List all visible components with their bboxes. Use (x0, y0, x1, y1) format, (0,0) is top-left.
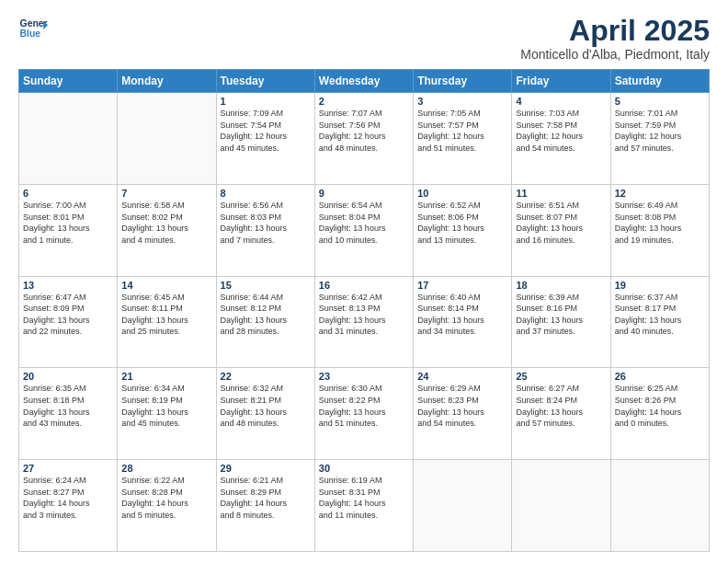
day-number: 20 (23, 371, 113, 382)
calendar-cell: 14Sunrise: 6:45 AMSunset: 8:11 PMDayligh… (118, 276, 216, 368)
page: General Blue April 2025 Monticello d'Alb… (0, 0, 728, 563)
day-info: Sunrise: 6:29 AMSunset: 8:23 PMDaylight:… (417, 383, 507, 429)
title-block: April 2025 Monticello d'Alba, Piedmont, … (520, 15, 710, 62)
day-info: Sunrise: 7:09 AMSunset: 7:54 PMDaylight:… (221, 108, 311, 154)
calendar-cell: 13Sunrise: 6:47 AMSunset: 8:09 PMDayligh… (19, 276, 118, 368)
day-number: 23 (319, 371, 409, 382)
calendar-cell: 15Sunrise: 6:44 AMSunset: 8:12 PMDayligh… (216, 276, 314, 368)
day-info: Sunrise: 6:44 AMSunset: 8:12 PMDaylight:… (221, 292, 311, 338)
day-number: 5 (615, 96, 705, 107)
day-number: 22 (221, 371, 311, 382)
day-number: 15 (221, 280, 311, 291)
calendar-cell: 19Sunrise: 6:37 AMSunset: 8:17 PMDayligh… (610, 276, 709, 368)
calendar-cell: 22Sunrise: 6:32 AMSunset: 8:21 PMDayligh… (216, 368, 314, 460)
day-info: Sunrise: 6:25 AMSunset: 8:26 PMDaylight:… (615, 383, 705, 429)
day-info: Sunrise: 7:01 AMSunset: 7:59 PMDaylight:… (615, 108, 705, 154)
col-header-friday: Friday (512, 70, 610, 93)
calendar-cell: 18Sunrise: 6:39 AMSunset: 8:16 PMDayligh… (512, 276, 610, 368)
calendar-cell: 8Sunrise: 6:56 AMSunset: 8:03 PMDaylight… (216, 184, 314, 276)
day-info: Sunrise: 6:30 AMSunset: 8:22 PMDaylight:… (319, 383, 409, 429)
day-info: Sunrise: 7:07 AMSunset: 7:56 PMDaylight:… (319, 108, 409, 154)
day-info: Sunrise: 6:51 AMSunset: 8:07 PMDaylight:… (516, 200, 606, 246)
day-number: 24 (417, 371, 507, 382)
day-number: 3 (417, 96, 507, 107)
day-info: Sunrise: 6:45 AMSunset: 8:11 PMDaylight:… (121, 292, 211, 338)
month-title: April 2025 (520, 15, 710, 47)
calendar-cell (118, 93, 216, 185)
day-number: 19 (615, 280, 705, 291)
day-info: Sunrise: 6:35 AMSunset: 8:18 PMDaylight:… (23, 383, 113, 429)
day-info: Sunrise: 6:37 AMSunset: 8:17 PMDaylight:… (615, 292, 705, 338)
day-number: 30 (319, 463, 409, 474)
calendar-cell: 10Sunrise: 6:52 AMSunset: 8:06 PMDayligh… (414, 184, 512, 276)
calendar-cell: 5Sunrise: 7:01 AMSunset: 7:59 PMDaylight… (610, 93, 709, 185)
day-number: 7 (121, 188, 211, 199)
day-number: 1 (221, 96, 311, 107)
day-info: Sunrise: 6:40 AMSunset: 8:14 PMDaylight:… (417, 292, 507, 338)
col-header-sunday: Sunday (19, 70, 118, 93)
calendar-cell: 25Sunrise: 6:27 AMSunset: 8:24 PMDayligh… (512, 368, 610, 460)
calendar-cell: 2Sunrise: 7:07 AMSunset: 7:56 PMDaylight… (314, 93, 413, 185)
calendar-cell: 12Sunrise: 6:49 AMSunset: 8:08 PMDayligh… (610, 184, 709, 276)
day-info: Sunrise: 6:49 AMSunset: 8:08 PMDaylight:… (615, 200, 705, 246)
day-number: 4 (516, 96, 606, 107)
calendar-cell: 27Sunrise: 6:24 AMSunset: 8:27 PMDayligh… (19, 460, 118, 552)
day-number: 8 (221, 188, 311, 199)
calendar-header-row: SundayMondayTuesdayWednesdayThursdayFrid… (19, 70, 710, 93)
calendar-cell: 21Sunrise: 6:34 AMSunset: 8:19 PMDayligh… (118, 368, 216, 460)
day-number: 11 (516, 188, 606, 199)
col-header-monday: Monday (118, 70, 216, 93)
calendar-cell (610, 460, 709, 552)
logo: General Blue (18, 15, 48, 44)
day-info: Sunrise: 6:54 AMSunset: 8:04 PMDaylight:… (319, 200, 409, 246)
calendar-cell: 1Sunrise: 7:09 AMSunset: 7:54 PMDaylight… (216, 93, 314, 185)
day-info: Sunrise: 6:42 AMSunset: 8:13 PMDaylight:… (319, 292, 409, 338)
calendar-cell: 9Sunrise: 6:54 AMSunset: 8:04 PMDaylight… (314, 184, 413, 276)
calendar-cell: 23Sunrise: 6:30 AMSunset: 8:22 PMDayligh… (314, 368, 413, 460)
day-number: 6 (23, 188, 113, 199)
calendar-cell (512, 460, 610, 552)
calendar-cell: 11Sunrise: 6:51 AMSunset: 8:07 PMDayligh… (512, 184, 610, 276)
day-info: Sunrise: 6:24 AMSunset: 8:27 PMDaylight:… (23, 475, 113, 521)
calendar-cell: 16Sunrise: 6:42 AMSunset: 8:13 PMDayligh… (314, 276, 413, 368)
calendar-cell: 30Sunrise: 6:19 AMSunset: 8:31 PMDayligh… (314, 460, 413, 552)
day-number: 10 (417, 188, 507, 199)
day-number: 9 (319, 188, 409, 199)
day-info: Sunrise: 6:39 AMSunset: 8:16 PMDaylight:… (516, 292, 606, 338)
day-number: 18 (516, 280, 606, 291)
calendar-cell (414, 460, 512, 552)
logo-icon: General Blue (18, 15, 48, 44)
col-header-thursday: Thursday (414, 70, 512, 93)
day-info: Sunrise: 7:00 AMSunset: 8:01 PMDaylight:… (23, 200, 113, 246)
week-row-4: 20Sunrise: 6:35 AMSunset: 8:18 PMDayligh… (19, 368, 710, 460)
day-info: Sunrise: 6:32 AMSunset: 8:21 PMDaylight:… (221, 383, 311, 429)
day-number: 13 (23, 280, 113, 291)
day-info: Sunrise: 6:22 AMSunset: 8:28 PMDaylight:… (121, 475, 211, 521)
week-row-5: 27Sunrise: 6:24 AMSunset: 8:27 PMDayligh… (19, 460, 710, 552)
day-info: Sunrise: 7:05 AMSunset: 7:57 PMDaylight:… (417, 108, 507, 154)
calendar-cell: 7Sunrise: 6:58 AMSunset: 8:02 PMDaylight… (118, 184, 216, 276)
calendar-cell: 20Sunrise: 6:35 AMSunset: 8:18 PMDayligh… (19, 368, 118, 460)
day-number: 2 (319, 96, 409, 107)
calendar-cell: 24Sunrise: 6:29 AMSunset: 8:23 PMDayligh… (414, 368, 512, 460)
day-info: Sunrise: 6:27 AMSunset: 8:24 PMDaylight:… (516, 383, 606, 429)
calendar-cell (19, 93, 118, 185)
day-number: 17 (417, 280, 507, 291)
calendar: SundayMondayTuesdayWednesdayThursdayFrid… (18, 69, 710, 552)
col-header-saturday: Saturday (610, 70, 709, 93)
day-info: Sunrise: 6:52 AMSunset: 8:06 PMDaylight:… (417, 200, 507, 246)
calendar-cell: 3Sunrise: 7:05 AMSunset: 7:57 PMDaylight… (414, 93, 512, 185)
calendar-cell: 26Sunrise: 6:25 AMSunset: 8:26 PMDayligh… (610, 368, 709, 460)
day-info: Sunrise: 6:19 AMSunset: 8:31 PMDaylight:… (319, 475, 409, 521)
day-number: 26 (615, 371, 705, 382)
calendar-cell: 4Sunrise: 7:03 AMSunset: 7:58 PMDaylight… (512, 93, 610, 185)
header: General Blue April 2025 Monticello d'Alb… (18, 15, 710, 62)
day-info: Sunrise: 6:47 AMSunset: 8:09 PMDaylight:… (23, 292, 113, 338)
calendar-cell: 29Sunrise: 6:21 AMSunset: 8:29 PMDayligh… (216, 460, 314, 552)
svg-text:Blue: Blue (20, 29, 41, 39)
day-number: 29 (221, 463, 311, 474)
day-info: Sunrise: 6:21 AMSunset: 8:29 PMDaylight:… (221, 475, 311, 521)
col-header-wednesday: Wednesday (314, 70, 413, 93)
calendar-cell: 6Sunrise: 7:00 AMSunset: 8:01 PMDaylight… (19, 184, 118, 276)
col-header-tuesday: Tuesday (216, 70, 314, 93)
